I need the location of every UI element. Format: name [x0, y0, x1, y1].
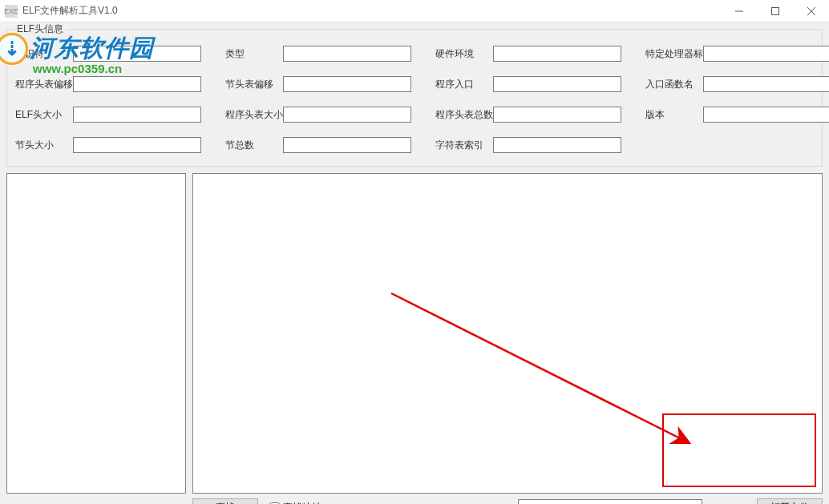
field-label: 节头大小: [15, 139, 73, 152]
entry-input[interactable]: [493, 76, 621, 92]
svg-rect-0: [771, 7, 778, 14]
close-button[interactable]: [793, 0, 829, 22]
minimize-button[interactable]: [721, 0, 757, 22]
strtab-index-input[interactable]: [493, 137, 621, 153]
find-addr-check[interactable]: 查找地址: [269, 501, 321, 505]
window-title: ELF文件解析工具V1.0: [22, 4, 721, 18]
open-file-button[interactable]: 打开文件: [757, 498, 823, 504]
ph-size-input[interactable]: [283, 107, 411, 123]
client-area: ⇣ 河东软件园 www.pc0359.cn ELF头信息 标识符 类型 硬件环境…: [0, 22, 829, 504]
field-label: 程序入口: [435, 78, 493, 91]
app-icon: EXE: [5, 5, 18, 18]
field-label: 类型: [225, 47, 283, 61]
section-list[interactable]: [6, 173, 186, 494]
field-label: 入口函数名: [645, 78, 703, 91]
lower-panes: [6, 173, 823, 494]
ph-count-input[interactable]: [493, 107, 621, 123]
type-input[interactable]: [283, 46, 411, 62]
field-label: 标识符: [15, 47, 73, 61]
field-label: ELF头大小: [15, 108, 73, 122]
elf-header-group: ELF头信息 标识符 类型 硬件环境 特定处理器标志 程序头表偏移 节头表偏移 …: [6, 29, 823, 167]
group-title: ELF头信息: [14, 22, 67, 36]
version-input[interactable]: [703, 107, 829, 123]
proc-flag-input[interactable]: [703, 46, 829, 62]
elf-size-input[interactable]: [73, 107, 201, 123]
find-addr-label: 查找地址: [283, 501, 321, 505]
field-label: 版本: [645, 108, 703, 122]
field-label: 节头表偏移: [225, 78, 283, 91]
field-label: 特定处理器标志: [645, 47, 703, 61]
window-controls: [721, 0, 829, 22]
ph-offset-input[interactable]: [73, 76, 201, 92]
content-pane[interactable]: [192, 173, 823, 494]
field-label: 硬件环境: [435, 47, 493, 61]
section-count-input[interactable]: [283, 137, 411, 153]
hardware-input[interactable]: [493, 46, 621, 62]
sh-size-input[interactable]: [73, 137, 201, 153]
field-label: 程序头表总数: [435, 108, 493, 122]
sh-offset-input[interactable]: [283, 76, 411, 92]
field-label: 节总数: [225, 139, 283, 152]
field-label: 程序头表偏移: [15, 78, 73, 91]
field-label: 字符表索引: [435, 139, 493, 152]
field-label: 程序头表大小: [225, 108, 283, 122]
find-button[interactable]: 查找: [192, 498, 258, 504]
file-path-input[interactable]: [518, 499, 702, 504]
titlebar: EXE ELF文件解析工具V1.0: [0, 0, 829, 22]
identifier-input[interactable]: [73, 46, 201, 62]
maximize-button[interactable]: [757, 0, 793, 22]
bottom-bar: 查找 查找地址 打开文件: [6, 498, 823, 504]
entry-func-input[interactable]: [703, 76, 829, 92]
